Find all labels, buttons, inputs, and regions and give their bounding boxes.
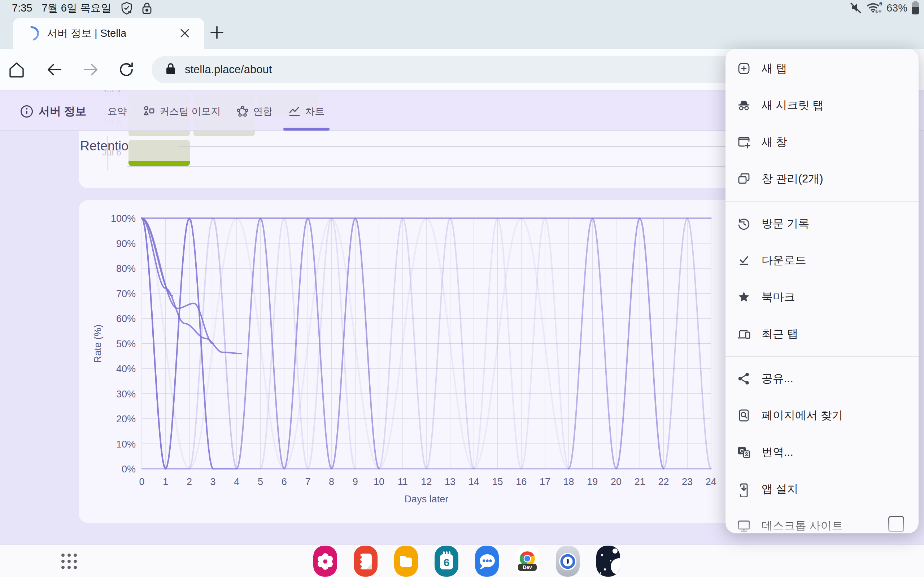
menu-divider — [725, 201, 919, 201]
svg-text:7: 7 — [305, 476, 310, 487]
battery-percent: 63% — [887, 2, 908, 14]
menu-item-desktop-site[interactable]: 데스크톱 사이트 — [725, 508, 919, 533]
menu-divider — [725, 356, 919, 357]
date: 7월 6일 목요일 — [42, 1, 111, 16]
custom-emoji-icon — [143, 105, 155, 118]
messages-icon[interactable] — [475, 546, 499, 577]
chrome-dev-badge: Dev — [523, 564, 532, 570]
password-manager-icon[interactable] — [556, 546, 580, 577]
tab-federation[interactable]: 연합 — [236, 92, 273, 131]
menu-item-find-in-page[interactable]: 페이지에서 찾기 — [725, 397, 919, 434]
svg-text:80%: 80% — [116, 263, 136, 274]
bookmarks-icon — [736, 289, 752, 305]
menu-item-share[interactable]: 공유... — [725, 360, 919, 397]
my-files-icon[interactable] — [394, 546, 418, 577]
federation-icon — [236, 105, 249, 118]
back-button[interactable] — [44, 60, 64, 80]
menu-item-history[interactable]: 방문 기록 — [725, 205, 919, 242]
app-drawer-grid-icon[interactable] — [61, 554, 77, 569]
menu-item-bookmarks[interactable]: 북마크 — [725, 279, 919, 316]
notes-icon[interactable] — [354, 546, 378, 577]
svg-text:2: 2 — [187, 476, 192, 487]
svg-text:1: 1 — [163, 476, 168, 487]
site-lock-icon[interactable] — [165, 62, 176, 77]
tab-chart[interactable]: 차트 — [288, 92, 325, 131]
svg-text:30%: 30% — [116, 389, 136, 400]
info-icon — [20, 105, 34, 118]
background-axis-line — [107, 136, 108, 170]
svg-text:10%: 10% — [116, 439, 136, 450]
home-button[interactable] — [6, 60, 27, 80]
calendar-icon[interactable]: 6 — [435, 546, 459, 577]
menu-item-recent-tabs[interactable]: 최근 탭 — [725, 316, 919, 352]
gallery-flower-icon[interactable] — [313, 546, 337, 577]
tab-title: 서버 정보 | Stella — [47, 26, 126, 41]
svg-text:3: 3 — [210, 476, 216, 487]
browser-menu: 새 탭 새 시크릿 탭 새 창 창 관리(2개) 방문 기록 다운로드 북마크 — [725, 49, 919, 533]
svg-text:50%: 50% — [116, 338, 136, 350]
status-bar: 7:35 7월 6일 목요일 6 63% — [0, 0, 924, 16]
chart-icon — [288, 105, 300, 118]
menu-item-install-app[interactable]: 앱 설치 — [725, 471, 919, 508]
translate-icon: G — [736, 444, 752, 461]
svg-text:24: 24 — [706, 476, 716, 487]
loading-spinner-icon — [22, 23, 42, 44]
svg-text:0%: 0% — [122, 464, 136, 475]
screen: 7:35 7월 6일 목요일 6 63% 서버 정보 | Stella — [0, 0, 924, 577]
desktop-site-icon — [736, 517, 752, 533]
svg-text:14: 14 — [468, 476, 479, 487]
chrome-dev-icon[interactable]: Dev — [515, 546, 539, 577]
svg-text:6: 6 — [281, 476, 287, 487]
tab-strip: 서버 정보 | Stella — [0, 16, 924, 49]
url-text[interactable]: stella.place/about — [185, 63, 272, 76]
svg-text:17: 17 — [540, 476, 551, 487]
menu-item-downloads[interactable]: 다운로드 — [725, 242, 919, 279]
svg-text:40%: 40% — [116, 364, 136, 374]
new-tab-button[interactable] — [208, 24, 225, 41]
svg-text:20: 20 — [611, 476, 622, 487]
reload-button[interactable] — [116, 60, 136, 80]
new-window-icon — [736, 134, 752, 150]
server-info-heading: 서버 정보 — [20, 104, 87, 119]
page-tabs: 요약 커스텀 이모지 연합 차트 — [108, 92, 325, 131]
retention-gridline — [127, 166, 736, 167]
menu-item-translate[interactable]: G 번역... — [725, 434, 919, 471]
address-bar[interactable]: stella.place/about — [152, 56, 758, 83]
tab-summary[interactable]: 요약 — [108, 92, 127, 131]
incognito-icon — [736, 97, 752, 114]
silent-mode-icon — [850, 2, 862, 15]
svg-text:0: 0 — [139, 476, 144, 487]
window-manager-icon — [736, 171, 752, 187]
calendar-day: 6 — [444, 556, 450, 568]
dock: 6 Dev — [313, 545, 620, 577]
menu-item-new-window[interactable]: 새 창 — [725, 124, 919, 161]
svg-text:100%: 100% — [111, 213, 136, 224]
browser-tab[interactable]: 서버 정보 | Stella — [13, 18, 204, 49]
svg-text:70%: 70% — [116, 288, 136, 299]
new-tab-icon — [736, 60, 752, 77]
desktop-site-checkbox[interactable] — [888, 516, 904, 532]
svg-text:21: 21 — [635, 476, 645, 487]
menu-item-window-manager[interactable]: 창 관리(2개) — [725, 161, 919, 197]
retention-chart-svg: 0%10%20%30%40%50%60%70%80%90%100%0123456… — [79, 200, 736, 523]
night-sky-icon[interactable] — [596, 546, 620, 577]
menu-item-new-tab[interactable]: 새 탭 — [725, 50, 919, 87]
svg-text:10: 10 — [373, 476, 384, 487]
downloads-icon — [736, 252, 752, 269]
wifi-6-icon: 6 — [866, 1, 882, 16]
svg-text:Days later: Days later — [405, 494, 449, 504]
svg-text:9: 9 — [353, 476, 358, 487]
forward-button[interactable] — [81, 60, 101, 80]
svg-text:Rate (%): Rate (%) — [92, 324, 103, 363]
retention-chart-card: 0%10%20%30%40%50%60%70%80%90%100%0123456… — [79, 200, 736, 523]
recent-tabs-icon — [736, 326, 752, 342]
svg-text:19: 19 — [587, 476, 598, 487]
lock-icon — [142, 2, 152, 15]
menu-item-new-incognito-tab[interactable]: 새 시크릿 탭 — [725, 87, 919, 124]
svg-text:18: 18 — [564, 476, 574, 487]
security-shield-check-icon — [121, 2, 132, 15]
close-tab-icon[interactable] — [178, 26, 192, 40]
svg-text:15: 15 — [492, 476, 503, 487]
tab-custom-emoji[interactable]: 커스텀 이모지 — [143, 92, 221, 131]
history-icon — [736, 215, 752, 232]
